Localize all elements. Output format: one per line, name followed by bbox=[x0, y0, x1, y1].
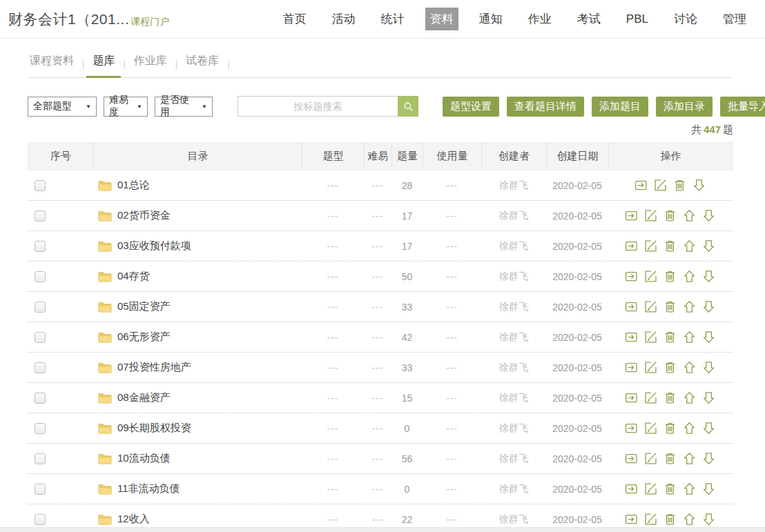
button-题型设置[interactable]: 题型设置 bbox=[443, 97, 499, 117]
edit-icon[interactable] bbox=[643, 391, 658, 405]
row-checkbox[interactable] bbox=[35, 514, 46, 525]
move-up-icon[interactable] bbox=[682, 391, 697, 405]
delete-icon[interactable] bbox=[672, 178, 687, 193]
nav-item-通知[interactable]: 通知 bbox=[474, 8, 507, 30]
move-up-icon[interactable] bbox=[682, 360, 697, 375]
row-checkbox[interactable] bbox=[35, 362, 46, 373]
search-input[interactable] bbox=[238, 96, 398, 117]
row-checkbox[interactable] bbox=[35, 302, 46, 313]
move-down-icon[interactable] bbox=[701, 421, 716, 435]
directory-name[interactable]: 06无形资产 bbox=[117, 331, 171, 344]
directory-name[interactable]: 05固定资产 bbox=[117, 300, 171, 313]
row-checkbox[interactable] bbox=[35, 332, 46, 343]
nav-item-作业[interactable]: 作业 bbox=[523, 8, 556, 30]
move-folder-icon[interactable] bbox=[624, 330, 639, 344]
edit-icon[interactable] bbox=[643, 299, 658, 314]
move-up-icon[interactable] bbox=[682, 208, 697, 223]
nav-item-PBL[interactable]: PBL bbox=[621, 9, 653, 30]
tab-试卷库[interactable]: 试卷库 bbox=[184, 48, 221, 77]
directory-name[interactable]: 11非流动负债 bbox=[117, 482, 180, 495]
move-folder-icon[interactable] bbox=[624, 391, 639, 405]
nav-item-讨论[interactable]: 讨论 bbox=[669, 8, 702, 30]
move-folder-icon[interactable] bbox=[624, 299, 639, 314]
button-批量导入[interactable]: 批量导入 bbox=[720, 97, 765, 117]
nav-item-活动[interactable]: 活动 bbox=[327, 8, 360, 30]
directory-name[interactable]: 09长期股权投资 bbox=[117, 422, 191, 435]
nav-item-考试[interactable]: 考试 bbox=[572, 8, 606, 30]
filter-select-是否使用[interactable]: 是否使用 ▼ bbox=[155, 97, 213, 117]
edit-icon[interactable] bbox=[643, 360, 658, 375]
move-down-icon[interactable] bbox=[701, 208, 716, 223]
move-up-icon[interactable] bbox=[682, 299, 697, 314]
directory-name[interactable]: 10流动负债 bbox=[117, 452, 171, 465]
move-folder-icon[interactable] bbox=[624, 482, 639, 496]
edit-icon[interactable] bbox=[643, 239, 658, 253]
row-checkbox[interactable] bbox=[35, 180, 46, 191]
row-checkbox[interactable] bbox=[35, 423, 46, 434]
course-portal-link[interactable]: 课程门户 bbox=[130, 16, 169, 28]
horizontal-scrollbar[interactable] bbox=[0, 527, 765, 532]
move-folder-icon[interactable] bbox=[624, 360, 639, 375]
row-checkbox[interactable] bbox=[35, 484, 46, 495]
move-up-icon[interactable] bbox=[682, 330, 697, 344]
nav-item-资料[interactable]: 资料 bbox=[425, 8, 458, 30]
move-folder-icon[interactable] bbox=[624, 239, 639, 253]
delete-icon[interactable] bbox=[663, 208, 677, 223]
delete-icon[interactable] bbox=[663, 512, 677, 526]
edit-icon[interactable] bbox=[643, 208, 658, 223]
move-folder-icon[interactable] bbox=[624, 208, 639, 223]
delete-icon[interactable] bbox=[663, 360, 677, 375]
edit-icon[interactable] bbox=[643, 330, 658, 344]
directory-name[interactable]: 03应收预付款项 bbox=[117, 239, 191, 253]
nav-item-管理[interactable]: 管理 bbox=[718, 8, 751, 30]
delete-icon[interactable] bbox=[663, 391, 677, 405]
directory-name[interactable]: 12收入 bbox=[117, 513, 150, 526]
edit-icon[interactable] bbox=[643, 451, 658, 466]
delete-icon[interactable] bbox=[663, 451, 677, 466]
delete-icon[interactable] bbox=[663, 269, 677, 284]
move-up-icon[interactable] bbox=[682, 269, 697, 284]
directory-name[interactable]: 08金融资产 bbox=[117, 391, 171, 404]
move-down-icon[interactable] bbox=[701, 391, 716, 405]
row-checkbox[interactable] bbox=[35, 453, 46, 464]
edit-icon[interactable] bbox=[653, 178, 668, 193]
move-up-icon[interactable] bbox=[682, 239, 697, 253]
edit-icon[interactable] bbox=[643, 421, 658, 435]
move-down-icon[interactable] bbox=[701, 239, 716, 253]
delete-icon[interactable] bbox=[663, 330, 677, 344]
move-down-icon[interactable] bbox=[701, 299, 716, 314]
directory-name[interactable]: 02货币资金 bbox=[117, 209, 171, 222]
filter-select-全部题型[interactable]: 全部题型 ▼ bbox=[28, 97, 97, 117]
nav-item-统计[interactable]: 统计 bbox=[376, 8, 409, 30]
row-checkbox[interactable] bbox=[35, 241, 46, 252]
move-folder-icon[interactable] bbox=[624, 421, 639, 435]
move-folder-icon[interactable] bbox=[634, 178, 648, 193]
edit-icon[interactable] bbox=[643, 512, 658, 526]
search-button[interactable] bbox=[398, 96, 418, 117]
delete-icon[interactable] bbox=[663, 299, 677, 314]
edit-icon[interactable] bbox=[643, 482, 658, 496]
move-up-icon[interactable] bbox=[682, 482, 697, 496]
delete-icon[interactable] bbox=[663, 239, 677, 253]
row-checkbox[interactable] bbox=[35, 393, 46, 404]
row-checkbox[interactable] bbox=[35, 210, 46, 221]
move-down-icon[interactable] bbox=[701, 269, 716, 284]
directory-name[interactable]: 04存货 bbox=[117, 270, 150, 283]
move-down-icon[interactable] bbox=[701, 512, 716, 526]
button-添加目录[interactable]: 添加目录 bbox=[656, 97, 713, 117]
button-添加题目[interactable]: 添加题目 bbox=[592, 97, 648, 117]
filter-select-难易度[interactable]: 难易度 ▼ bbox=[104, 97, 148, 117]
move-folder-icon[interactable] bbox=[624, 512, 639, 526]
move-up-icon[interactable] bbox=[682, 451, 697, 466]
move-up-icon[interactable] bbox=[682, 512, 697, 526]
delete-icon[interactable] bbox=[663, 421, 677, 435]
button-查看题目详情[interactable]: 查看题目详情 bbox=[507, 97, 584, 117]
move-down-icon[interactable] bbox=[701, 360, 716, 375]
move-down-icon[interactable] bbox=[701, 330, 716, 344]
directory-name[interactable]: 07投资性房地产 bbox=[117, 361, 191, 374]
tab-作业库[interactable]: 作业库 bbox=[132, 48, 169, 77]
move-down-icon[interactable] bbox=[701, 482, 716, 496]
tab-题库[interactable]: 题库 bbox=[90, 48, 117, 77]
directory-name[interactable]: 01总论 bbox=[117, 179, 150, 192]
move-folder-icon[interactable] bbox=[624, 269, 639, 284]
